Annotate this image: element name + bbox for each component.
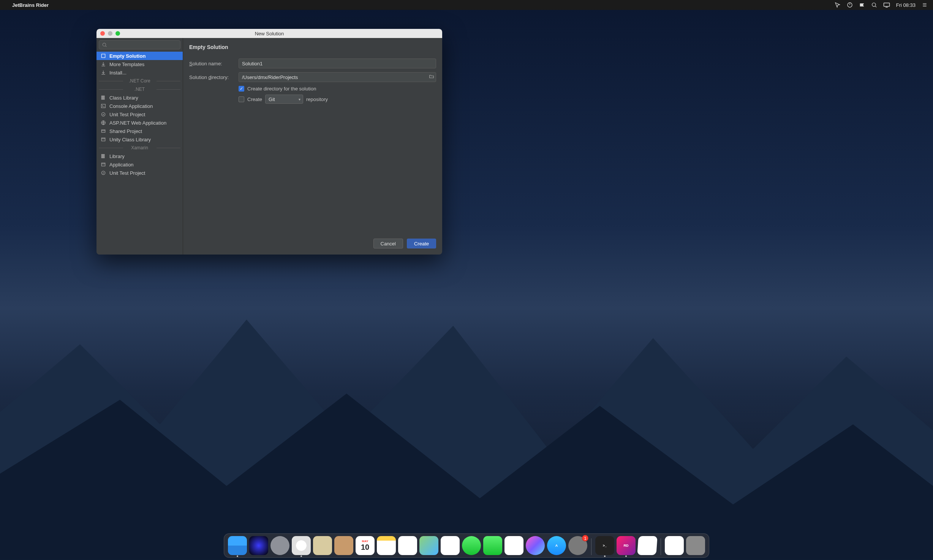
- template-item-label: ASP.NET Web Application: [109, 120, 166, 126]
- dialog-titlebar[interactable]: New Solution: [96, 29, 442, 38]
- dock-separator: [591, 538, 591, 555]
- spotlight-search-icon[interactable]: [871, 2, 877, 8]
- template-sidebar: Empty SolutionMore TemplatesInstall....N…: [96, 38, 183, 255]
- template-item-x-library[interactable]: Library: [96, 152, 183, 160]
- cursor-icon[interactable]: [835, 2, 841, 8]
- template-item-label: Application: [109, 162, 134, 168]
- template-item-label: Unit Test Project: [109, 112, 145, 117]
- test-icon: [100, 111, 106, 117]
- template-item-label: Console Application: [109, 103, 153, 109]
- dock-app-launchpad[interactable]: [270, 536, 289, 555]
- svg-rect-11: [104, 96, 104, 99]
- svg-rect-15: [101, 130, 105, 133]
- template-item-label: Install...: [109, 70, 127, 76]
- template-item-aspnet[interactable]: ASP.NET Web Application: [96, 119, 183, 127]
- template-item-label: Class Library: [109, 95, 138, 101]
- create-button[interactable]: Create: [407, 239, 436, 248]
- dock-running-indicator: [300, 555, 302, 557]
- dock-app-maps[interactable]: [419, 536, 438, 555]
- svg-line-3: [875, 6, 876, 7]
- screen-mirror-icon[interactable]: [883, 2, 890, 8]
- create-directory-checkbox[interactable]: [239, 86, 244, 92]
- svg-rect-4: [884, 3, 889, 6]
- dock-app-settings[interactable]: 1: [568, 536, 587, 555]
- svg-point-2: [872, 3, 875, 6]
- macos-dock: MAY10NA1>_RD: [224, 533, 709, 558]
- dock-app-messages[interactable]: [462, 536, 481, 555]
- window-icon: [100, 136, 106, 142]
- menu-list-icon[interactable]: [922, 2, 928, 8]
- dock-badge: 1: [582, 535, 588, 541]
- menubar-clock[interactable]: Fri 08:33: [896, 2, 916, 8]
- template-item-empty-solution[interactable]: Empty Solution: [96, 52, 183, 60]
- dock-app-news[interactable]: N: [504, 536, 523, 555]
- dock-app-notes[interactable]: [377, 536, 396, 555]
- dock-app-appstore[interactable]: A: [547, 536, 566, 555]
- dock-app-preview[interactable]: [313, 536, 332, 555]
- repository-label: repository: [306, 96, 328, 102]
- dock-app-reminders[interactable]: [398, 536, 417, 555]
- cancel-button[interactable]: Cancel: [373, 239, 403, 248]
- solution-directory-input[interactable]: [239, 72, 436, 82]
- power-icon[interactable]: [847, 2, 853, 8]
- svg-rect-9: [101, 96, 102, 99]
- template-category: .NET Core: [96, 77, 183, 85]
- dock-app-terminal[interactable]: >_: [595, 536, 614, 555]
- svg-rect-21: [101, 163, 105, 166]
- template-item-class-library[interactable]: Class Library: [96, 93, 183, 102]
- svg-rect-12: [101, 104, 106, 108]
- create-repo-checkbox[interactable]: [239, 96, 244, 102]
- svg-rect-19: [103, 154, 103, 158]
- template-form: Empty Solution Solution name: Solution d…: [183, 38, 442, 255]
- dock-app-siri[interactable]: [249, 536, 268, 555]
- dock-app-safari[interactable]: [292, 536, 311, 555]
- solution-name-label: Solution name:: [189, 61, 239, 66]
- template-list: Empty SolutionMore TemplatesInstall....N…: [96, 52, 183, 255]
- app-name[interactable]: JetBrains Rider: [12, 2, 49, 8]
- dock-app-finder[interactable]: [228, 536, 247, 555]
- vcs-select[interactable]: Git: [265, 95, 303, 104]
- dock-app-rider[interactable]: RD: [617, 536, 636, 555]
- dock-running-indicator: [237, 555, 238, 557]
- template-item-label: Shared Project: [109, 128, 142, 134]
- download-icon: [100, 70, 106, 76]
- dock-app-photos[interactable]: [441, 536, 460, 555]
- new-solution-dialog: New Solution Empty SolutionMore Template…: [96, 29, 442, 255]
- dock-running-indicator: [625, 555, 627, 557]
- dock-app-contacts[interactable]: [334, 536, 353, 555]
- dock-app-label: >_: [595, 536, 614, 555]
- template-item-x-unit-test[interactable]: Unit Test Project: [96, 169, 183, 177]
- form-heading: Empty Solution: [189, 44, 436, 50]
- dock-app-document[interactable]: [665, 536, 684, 555]
- dialog-title: New Solution: [96, 31, 442, 36]
- template-item-x-app[interactable]: Application: [96, 160, 183, 169]
- template-item-unity[interactable]: Unity Class Library: [96, 135, 183, 144]
- template-item-label: Empty Solution: [109, 53, 145, 59]
- svg-rect-16: [101, 138, 105, 141]
- template-item-label: Unity Class Library: [109, 137, 151, 142]
- template-item-more-templates[interactable]: More Templates: [96, 60, 183, 68]
- library-icon: [100, 95, 106, 101]
- notification-icon[interactable]: [859, 2, 865, 8]
- dock-app-label: MAY10: [356, 536, 375, 555]
- template-category: Xamarin: [96, 144, 183, 152]
- template-item-unit-test[interactable]: Unit Test Project: [96, 110, 183, 119]
- dock-app-trash[interactable]: [686, 536, 705, 555]
- dock-app-textedit[interactable]: [637, 536, 657, 555]
- dock-app-label: N: [504, 536, 523, 555]
- svg-rect-8: [101, 54, 105, 57]
- template-item-label: Library: [109, 153, 125, 159]
- desktop-wallpaper: [0, 252, 933, 560]
- dock-app-calendar[interactable]: MAY10: [356, 536, 375, 555]
- dock-app-itunes[interactable]: [526, 536, 545, 555]
- template-search-input[interactable]: [99, 40, 180, 49]
- svg-rect-10: [103, 96, 103, 99]
- dock-app-facetime[interactable]: [483, 536, 502, 555]
- window-icon: [100, 161, 106, 168]
- browse-folder-icon[interactable]: [429, 74, 435, 81]
- template-item-console-app[interactable]: Console Application: [96, 102, 183, 110]
- solution-name-input[interactable]: [239, 59, 436, 68]
- library-icon: [100, 153, 106, 159]
- template-item-shared[interactable]: Shared Project: [96, 127, 183, 135]
- template-item-install[interactable]: Install...: [96, 68, 183, 77]
